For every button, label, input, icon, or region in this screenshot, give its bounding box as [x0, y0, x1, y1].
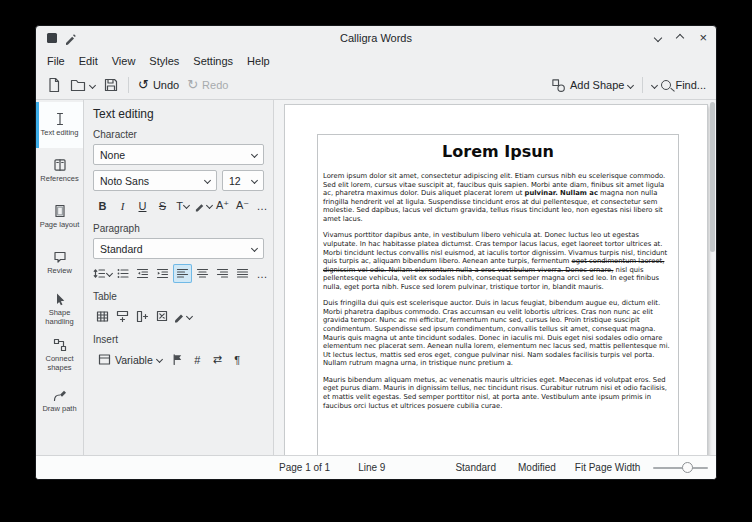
- sidebar-item-references[interactable]: References: [36, 148, 83, 194]
- zoom-slider-handle[interactable]: [682, 462, 693, 473]
- flag-icon: [171, 353, 184, 366]
- character-style-dropdown[interactable]: None: [93, 144, 264, 165]
- sidebar-item-text-editing[interactable]: Text editing: [36, 102, 83, 148]
- insert-variable-dropdown[interactable]: Variable: [93, 350, 167, 369]
- redo-button[interactable]: ↻ Redo: [183, 76, 232, 94]
- chevron-down-icon: [106, 270, 113, 277]
- chevron-down-icon: [651, 81, 658, 88]
- document-canvas[interactable]: Lorem Ipsun Lorem ipsum dolor sit amet, …: [274, 100, 716, 455]
- underline-button[interactable]: U: [133, 196, 152, 215]
- document-page[interactable]: Lorem Ipsun Lorem ipsum dolor sit amet, …: [284, 104, 708, 455]
- tool-options-panel: Text editing Character None Noto Sans 12…: [84, 100, 274, 455]
- add-shape-button[interactable]: Add Shape: [547, 75, 637, 96]
- scrollbar-thumb[interactable]: [710, 102, 715, 252]
- strikethrough-button[interactable]: S: [153, 196, 172, 215]
- paragraph-style-dropdown[interactable]: Standard: [93, 238, 264, 259]
- chevron-down-icon: [251, 151, 258, 158]
- zoom-mode-button[interactable]: Fit Page Width: [575, 462, 641, 473]
- chevron-down-icon: [183, 202, 190, 209]
- menu-help[interactable]: Help: [240, 53, 277, 69]
- font-family-dropdown[interactable]: Noto Sans: [93, 170, 217, 191]
- bullet-list-button[interactable]: [113, 264, 132, 283]
- align-right-icon: [216, 267, 229, 280]
- insert-row-button[interactable]: [113, 307, 132, 326]
- sidebar-item-connect-shapes[interactable]: Connect shapes: [36, 332, 83, 378]
- text-frame[interactable]: Lorem Ipsun Lorem ipsum dolor sit amet, …: [317, 134, 679, 455]
- open-folder-icon: [70, 77, 86, 93]
- line-spacing-icon: [93, 267, 106, 280]
- align-justify-button[interactable]: [233, 264, 252, 283]
- sidebar-item-review[interactable]: Review: [36, 240, 83, 286]
- line-spacing-button[interactable]: [93, 264, 112, 283]
- save-icon: [103, 77, 119, 93]
- increase-indent-button[interactable]: [153, 264, 172, 283]
- insert-page-number-button[interactable]: #: [188, 350, 207, 369]
- app-icon: [45, 31, 59, 45]
- grow-font-button[interactable]: A⁺: [213, 196, 232, 215]
- delete-table-button[interactable]: [153, 307, 172, 326]
- table-border-pen-button[interactable]: [173, 307, 192, 326]
- menu-file[interactable]: File: [40, 53, 72, 69]
- document-heading: Lorem Ipsun: [323, 142, 673, 161]
- decrease-indent-icon: [136, 267, 149, 280]
- insert-cross-reference-button[interactable]: ⇄: [208, 350, 227, 369]
- maximize-button[interactable]: [676, 34, 684, 42]
- undo-button[interactable]: ↺ Undo: [134, 76, 183, 94]
- insert-column-button[interactable]: [133, 307, 152, 326]
- insert-bookmark-button[interactable]: [168, 350, 187, 369]
- chevron-down-icon: [204, 177, 211, 184]
- page-icon: [53, 204, 67, 218]
- new-document-button[interactable]: [42, 74, 66, 96]
- menu-edit[interactable]: Edit: [72, 53, 105, 69]
- main-toolbar: ↺ Undo ↻ Redo Add Shape Find...: [36, 71, 716, 100]
- table-section-label: Table: [93, 291, 264, 302]
- close-button[interactable]: ×: [699, 33, 707, 43]
- menu-view[interactable]: View: [105, 53, 143, 69]
- more-paragraph-options-button[interactable]: …: [253, 264, 272, 283]
- minimize-button[interactable]: [654, 34, 662, 42]
- sidebar-item-shape-handling[interactable]: Shape handling: [36, 286, 83, 332]
- menu-settings[interactable]: Settings: [186, 53, 240, 69]
- highlight-color-button[interactable]: [193, 196, 212, 215]
- style-indicator[interactable]: Standard: [455, 462, 496, 473]
- superscript-button[interactable]: T: [173, 196, 192, 215]
- sidebar-item-page-layout[interactable]: Page layout: [36, 194, 83, 240]
- bold-button[interactable]: B: [93, 196, 112, 215]
- align-justify-icon: [236, 267, 249, 280]
- bold-text-run: pulvinar. Nullam ac: [525, 189, 598, 197]
- titlebar[interactable]: Calligra Words ×: [36, 26, 716, 50]
- zoom-slider[interactable]: [653, 461, 708, 475]
- highlight-pen-icon: [194, 200, 206, 212]
- statusbar: Page 1 of 1 Line 9 Standard Modified Fit…: [36, 455, 716, 479]
- page-indicator: Page 1 of 1: [279, 462, 330, 473]
- search-icon: [661, 80, 671, 90]
- chevron-down-icon: [627, 81, 634, 88]
- font-size-dropdown[interactable]: 12: [222, 170, 264, 191]
- cursor-arrow-icon: [53, 292, 67, 306]
- italic-button[interactable]: I: [113, 196, 132, 215]
- toolbar-separator: [128, 77, 129, 93]
- save-button[interactable]: [99, 74, 123, 96]
- desktop: { "window": { "title": "Calligra Words",…: [0, 0, 752, 522]
- delete-table-icon: [156, 310, 169, 323]
- zoom-slider-track: [653, 467, 708, 469]
- more-character-options-button[interactable]: …: [253, 196, 272, 215]
- open-document-button[interactable]: [66, 74, 99, 96]
- table-icon: [96, 310, 109, 323]
- vertical-scrollbar[interactable]: [710, 102, 715, 453]
- chevron-down-icon: [251, 245, 258, 252]
- align-center-button[interactable]: [193, 264, 212, 283]
- tool-tabstrip: Text editing References Page layout: [36, 100, 84, 455]
- sidebar-item-draw-path[interactable]: Draw path: [36, 378, 83, 424]
- find-button[interactable]: Find...: [648, 76, 710, 94]
- align-left-button[interactable]: [173, 264, 192, 283]
- menu-styles[interactable]: Styles: [142, 53, 186, 69]
- pencil-icon: [64, 32, 77, 45]
- decrease-indent-button[interactable]: [133, 264, 152, 283]
- insert-paragraph-mark-button[interactable]: ¶: [228, 350, 247, 369]
- pen-path-icon: [53, 388, 67, 402]
- doc-paragraph: Mauris bibendum aliquam metus, ac venena…: [323, 376, 673, 410]
- align-right-button[interactable]: [213, 264, 232, 283]
- insert-table-button[interactable]: [93, 307, 112, 326]
- shrink-font-button[interactable]: A⁻: [233, 196, 252, 215]
